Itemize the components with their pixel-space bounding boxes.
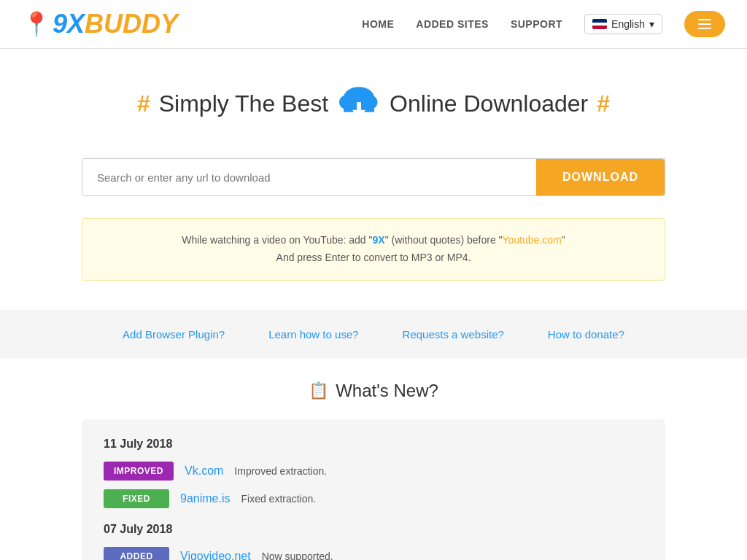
menu-button[interactable]: [684, 11, 725, 37]
search-section: DOWNLOAD: [0, 144, 747, 203]
quick-link-request[interactable]: Requests a website?: [403, 328, 504, 341]
chevron-down-icon: ▾: [649, 18, 654, 30]
hint-box: While watching a video on YouTube: add "…: [82, 218, 665, 281]
hint-highlight-9x: 9X: [373, 234, 385, 246]
main-nav: HOME ADDED SITES SUPPORT English ▾: [362, 11, 725, 37]
changelog-desc-9anime: Fixed extraction.: [241, 493, 316, 505]
hint-line2: And press Enter to convert to MP3 or MP4…: [276, 252, 471, 263]
whats-new-title: 📋 What's New?: [15, 381, 732, 401]
logo: 📍 9X BUDDY: [22, 9, 178, 39]
badge-improved: IMPROVED: [104, 462, 174, 481]
changelog-site-vigovideo[interactable]: Vigovideo.net: [180, 550, 251, 560]
main-content: # Simply The Best Online Downloader # DO…: [0, 49, 747, 560]
hint-text-before: While watching a video on YouTube: add ": [182, 234, 372, 246]
hint-highlight-url: Youtube.com: [503, 234, 562, 246]
hamburger-icon: [698, 19, 711, 29]
changelog-site-9anime[interactable]: 9anime.is: [180, 492, 230, 505]
language-label: English: [611, 18, 645, 30]
quick-link-plugin[interactable]: Add Browser Plugin?: [123, 328, 225, 341]
language-flag-icon: [592, 19, 607, 29]
changelog-desc-vkcom: Improved extraction.: [234, 465, 327, 477]
logo-9x: 9X: [53, 9, 85, 39]
nav-added-sites[interactable]: ADDED SITES: [416, 18, 489, 30]
header: 📍 9X BUDDY HOME ADDED SITES SUPPORT Engl…: [0, 0, 747, 49]
changelog-site-vkcom[interactable]: Vk.com: [185, 464, 223, 478]
quick-links-section: Add Browser Plugin? Learn how to use? Re…: [0, 310, 747, 359]
nav-support[interactable]: SUPPORT: [511, 18, 562, 30]
logo-buddy: BUDDY: [85, 9, 178, 39]
language-selector[interactable]: English ▾: [584, 14, 662, 34]
clipboard-icon: 📋: [309, 381, 328, 400]
search-container: DOWNLOAD: [82, 158, 665, 196]
badge-fixed: FIXED: [104, 489, 169, 508]
changelog-date-2: 07 July 2018: [104, 523, 643, 536]
hero-title: # Simply The Best Online Downloader #: [15, 85, 732, 122]
changelog-entry-9anime: FIXED 9anime.is Fixed extraction.: [104, 489, 643, 508]
svg-rect-5: [357, 102, 361, 112]
quick-link-learn[interactable]: Learn how to use?: [268, 328, 358, 341]
hint-text-after: ": [562, 234, 565, 246]
quick-link-donate[interactable]: How to donate?: [548, 328, 624, 341]
changelog-entry-vigovideo: ADDED Vigovideo.net Now supported.: [104, 547, 643, 560]
hero-text-part2: Online Downloader: [390, 90, 588, 117]
badge-added: ADDED: [104, 547, 169, 560]
nav-home[interactable]: HOME: [362, 18, 394, 30]
whats-new-section: 📋 What's New?: [0, 359, 747, 408]
changelog-container: 11 July 2018 IMPROVED Vk.com Improved ex…: [82, 419, 665, 560]
download-button[interactable]: DOWNLOAD: [536, 159, 665, 195]
hero-section: # Simply The Best Online Downloader #: [0, 49, 747, 144]
hero-hash-right: #: [597, 90, 610, 117]
cloud-download-icon: [337, 85, 381, 122]
whats-new-label: What's New?: [336, 381, 438, 401]
hero-text-part1: Simply The Best: [159, 90, 328, 117]
changelog-desc-vigovideo: Now supported.: [262, 551, 333, 560]
hint-text-middle: " (without quotes) before ": [385, 234, 503, 246]
changelog-entry-vkcom: IMPROVED Vk.com Improved extraction.: [104, 462, 643, 481]
changelog-date-1: 11 July 2018: [104, 438, 643, 451]
search-input[interactable]: [82, 159, 536, 195]
hero-hash-left: #: [137, 90, 150, 117]
logo-pin-icon: 📍: [22, 10, 51, 38]
